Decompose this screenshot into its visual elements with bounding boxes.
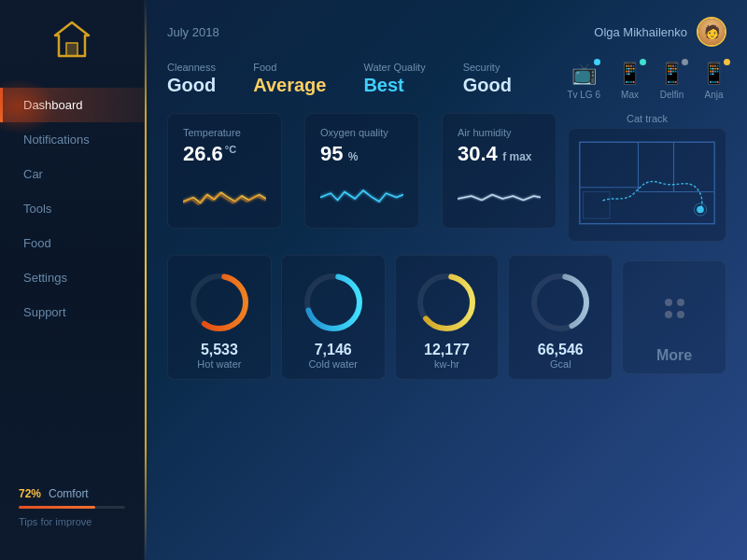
phone-max-icon: 📱 — [617, 62, 642, 86]
svg-point-10 — [697, 206, 704, 214]
sidebar-bottom: 72% Comfort Tips for improve — [0, 473, 144, 541]
more-dots-icon — [641, 274, 708, 342]
stat-water-value: Best — [363, 75, 425, 96]
device-tv[interactable]: 📺 Tv LG 6 — [567, 62, 600, 100]
temp-sparkline — [183, 177, 266, 215]
header-date: July 2018 — [167, 25, 219, 39]
gauge-gcal-canvas — [527, 269, 594, 336]
stats-items: Cleanness Good Food Average Water Qualit… — [167, 62, 549, 96]
device-anja[interactable]: 📱 Anja — [701, 62, 726, 100]
device-dot-delfin — [682, 59, 688, 65]
stat-water-label: Water Quality — [363, 62, 425, 73]
gauges-section: 5,533 Hot water — [167, 255, 726, 380]
metric-humidity: Air humidity 30.4 f max — [442, 113, 557, 229]
phone-anja-icon: 📱 — [701, 62, 726, 86]
avatar-image: 🧑 — [698, 19, 725, 45]
device-dot-anja — [724, 59, 730, 65]
comfort-bar-background — [19, 506, 125, 509]
gauge-more[interactable]: More — [622, 260, 726, 374]
gauge-hot-water-canvas — [186, 269, 253, 336]
metric-temperature: Temperature 26.6°C — [167, 113, 282, 229]
cat-track-section: Cat track — [568, 113, 726, 242]
sidebar-item-tools[interactable]: Tools — [0, 191, 144, 226]
gauge-hot-water-label: Hot water — [197, 358, 241, 370]
sidebar: Dashboard Notifications Car Tools Food S… — [0, 0, 145, 560]
avatar: 🧑 — [697, 17, 726, 47]
gauge-gcal: 66,546 Gcal — [508, 255, 613, 380]
metric-humidity-value: 30.4 f max — [458, 142, 541, 166]
humidity-sparkline — [458, 177, 541, 215]
metric-oxygen: Oxygen quality 95 % — [304, 113, 419, 229]
gauge-hot-water: 5,533 Hot water — [167, 255, 272, 380]
device-dot-tv — [594, 59, 600, 65]
tv-icon: 📺 — [571, 62, 597, 86]
device-dot-max — [640, 59, 646, 65]
svg-rect-1 — [66, 43, 78, 56]
sidebar-item-food[interactable]: Food — [0, 226, 144, 260]
stat-security-value: Good — [463, 75, 512, 96]
metrics-section: Temperature 26.6°C — [167, 113, 557, 242]
oxygen-sparkline — [320, 177, 403, 215]
sidebar-item-car[interactable]: Car — [0, 157, 144, 191]
gauge-cold-water-label: Cold water — [308, 358, 358, 370]
device-delfin-name: Delfin — [660, 90, 684, 100]
gauge-kwhr: 12,177 kw-hr — [395, 255, 500, 380]
metric-oxygen-value: 95 % — [320, 142, 403, 166]
gauge-hot-water-value: 5,533 — [201, 342, 238, 358]
stat-food: Food Average — [253, 62, 326, 96]
metric-temp-value: 26.6°C — [183, 142, 266, 166]
stat-cleanness-label: Cleanness — [167, 62, 216, 73]
main-content: July 2018 Olga Mikhailenko 🧑 Cleanness G… — [147, 0, 747, 560]
tips-label: Tips for improve — [19, 516, 125, 527]
gauge-kwhr-label: kw-hr — [434, 358, 459, 370]
sidebar-nav: Dashboard Notifications Car Tools Food S… — [0, 88, 144, 473]
stat-water: Water Quality Best — [363, 62, 425, 96]
stat-cleanness-value: Good — [167, 75, 216, 96]
stat-food-label: Food — [253, 62, 326, 73]
comfort-bar-fill — [19, 506, 95, 509]
header-user: Olga Mikhailenko 🧑 — [594, 17, 726, 47]
cat-track-label: Cat track — [568, 113, 726, 124]
devices-row: 📺 Tv LG 6 📱 Max 📱 — [567, 62, 726, 100]
gauge-cold-water-canvas — [300, 269, 367, 336]
app-container: Dashboard Notifications Car Tools Food S… — [0, 0, 747, 560]
svg-rect-8 — [585, 147, 603, 161]
sidebar-item-notifications[interactable]: Notifications — [0, 122, 144, 157]
header: July 2018 Olga Mikhailenko 🧑 — [167, 17, 726, 47]
sidebar-item-support[interactable]: Support — [0, 295, 144, 329]
device-max-name: Max — [621, 90, 639, 100]
stat-cleanness: Cleanness Good — [167, 62, 216, 96]
metric-humidity-label: Air humidity — [458, 127, 541, 138]
gauge-kwhr-value: 12,177 — [424, 342, 470, 358]
stat-security-label: Security — [463, 62, 512, 73]
device-delfin[interactable]: 📱 Delfin — [659, 62, 684, 100]
gauge-cold-water-value: 7,146 — [315, 342, 352, 358]
stat-food-value: Average — [253, 75, 326, 96]
device-anja-name: Anja — [704, 90, 723, 100]
metric-temp-label: Temperature — [183, 127, 266, 138]
metric-oxygen-label: Oxygen quality — [320, 127, 403, 138]
gauge-gcal-label: Gcal — [550, 358, 571, 370]
sidebar-item-settings[interactable]: Settings — [0, 260, 144, 295]
sidebar-item-dashboard[interactable]: Dashboard — [0, 88, 144, 122]
mid-row: Temperature 26.6°C — [167, 113, 726, 242]
more-label: More — [656, 347, 692, 364]
gauge-cold-water: 7,146 Cold water — [281, 255, 386, 380]
gauge-gcal-value: 66,546 — [538, 342, 584, 358]
device-tv-name: Tv LG 6 — [567, 90, 600, 100]
stats-devices-row: Cleanness Good Food Average Water Qualit… — [167, 62, 726, 100]
svg-rect-9 — [584, 192, 611, 219]
gauge-kwhr-canvas — [413, 269, 480, 336]
sidebar-logo[interactable] — [51, 19, 92, 60]
cat-track-card — [568, 128, 726, 242]
cat-track-map — [576, 136, 718, 230]
device-max[interactable]: 📱 Max — [617, 62, 642, 100]
phone-delfin-icon: 📱 — [659, 62, 684, 86]
comfort-label: 72% Comfort — [19, 487, 125, 500]
stat-security: Security Good — [463, 62, 512, 96]
user-name: Olga Mikhailenko — [594, 25, 687, 39]
